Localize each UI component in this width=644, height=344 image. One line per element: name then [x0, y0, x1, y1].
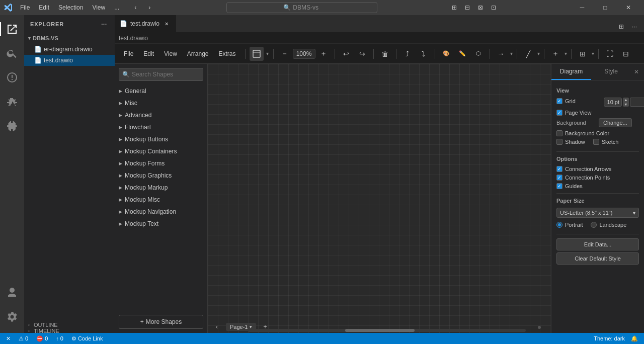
menu-view[interactable]: View — [88, 3, 109, 12]
menu-more[interactable]: ... — [110, 3, 123, 12]
activity-settings-icon[interactable] — [0, 305, 24, 329]
activity-debug-icon[interactable] — [0, 90, 24, 114]
shadow-checkbox[interactable] — [556, 139, 562, 145]
line-style-button[interactable]: ╱ — [521, 47, 535, 61]
layout-btn-2[interactable]: ⊟ — [461, 2, 473, 13]
activity-search-icon[interactable] — [0, 41, 24, 65]
zoom-value[interactable]: 100% — [293, 49, 315, 59]
page-view-checkbox[interactable] — [556, 110, 562, 116]
more-shapes-button[interactable]: + More Shapes — [119, 315, 203, 329]
maximize-button[interactable]: □ — [594, 0, 617, 15]
drawio-menu-edit[interactable]: Edit — [138, 48, 159, 59]
shape-category-misc[interactable]: ▶ Misc — [115, 97, 207, 109]
layout-btn-4[interactable]: ⊡ — [488, 2, 500, 13]
stroke-color-button[interactable]: ✏️ — [455, 47, 469, 61]
minimize-button[interactable]: ─ — [571, 0, 594, 15]
shape-category-advanced[interactable]: ▶ Advanced — [115, 109, 207, 121]
grid-value-input[interactable] — [604, 98, 622, 107]
edit-data-button[interactable]: Edit Data... — [556, 238, 639, 250]
tab-test-drawio[interactable]: 📄 test.drawio ✕ — [115, 15, 176, 32]
status-code-link[interactable]: ⚙ Code Link — [69, 335, 105, 342]
activity-explorer-icon[interactable] — [0, 17, 24, 41]
more-actions-button[interactable]: ··· — [629, 21, 640, 32]
status-theme[interactable]: Theme: dark — [592, 335, 627, 342]
search-shapes-input[interactable] — [132, 71, 207, 78]
delete-button[interactable]: 🗑 — [378, 47, 392, 61]
shapes-search[interactable]: 🔍 — [119, 68, 203, 81]
right-panel-close-button[interactable]: ✕ — [631, 66, 642, 77]
status-warnings[interactable]: ⚠ 0 — [17, 335, 30, 342]
file-test-drawio[interactable]: 📄 test.drawio — [24, 55, 115, 66]
shape-category-mockup-buttons[interactable]: ▶ Mockup Buttons — [115, 133, 207, 145]
connection-points-checkbox[interactable] — [556, 175, 562, 181]
horizontal-scrollbar-track[interactable] — [248, 329, 526, 332]
shape-category-mockup-navigation[interactable]: ▶ Mockup Navigation — [115, 206, 207, 218]
redo-button[interactable]: ↪ — [355, 47, 369, 61]
drawio-menu-extras[interactable]: Extras — [214, 48, 241, 59]
zoom-out-button[interactable]: － — [278, 47, 292, 61]
canvas-area[interactable]: ‹ Page-1 ▾ ＋ — [208, 64, 551, 333]
landscape-radio[interactable] — [591, 222, 597, 228]
nav-back-button[interactable]: ‹ — [129, 3, 141, 13]
shape-category-mockup-text[interactable]: ▶ Mockup Text — [115, 218, 207, 230]
layout-btn-1[interactable]: ⊞ — [448, 2, 460, 13]
close-button[interactable]: ✕ — [617, 0, 640, 15]
split-editor-button[interactable]: ⊞ — [616, 21, 627, 32]
project-folder[interactable]: ▾ DBMS-VS — [24, 33, 115, 44]
page-view-button[interactable] — [250, 47, 264, 61]
paper-size-select[interactable]: US-Letter (8,5" x 11") ▾ — [556, 208, 639, 218]
drawio-menu-arrange[interactable]: Arrange — [182, 48, 214, 59]
outline-panel-header[interactable]: › OUTLINE — [24, 322, 115, 328]
grid-checkbox[interactable] — [556, 98, 562, 104]
insert-button[interactable]: ＋ — [548, 47, 562, 61]
activity-extensions-icon[interactable] — [0, 114, 24, 138]
activity-account-icon[interactable] — [0, 281, 24, 305]
sidebar-more-button[interactable]: ··· — [100, 20, 109, 29]
file-er-diagram[interactable]: 📄 er-diagram.drawio — [24, 44, 115, 55]
menu-file[interactable]: File — [16, 3, 34, 12]
clear-default-style-button[interactable]: Clear Default Style — [556, 252, 639, 265]
shape-category-mockup-graphics[interactable]: ▶ Mockup Graphics — [115, 169, 207, 182]
tab-style[interactable]: Style — [591, 64, 631, 80]
shape-category-general[interactable]: ▶ General — [115, 85, 207, 97]
connection-style-button[interactable]: → — [494, 47, 508, 61]
tab-close-button[interactable]: ✕ — [163, 20, 171, 28]
split-view-button[interactable]: ⊟ — [619, 47, 633, 61]
shape-style-button[interactable]: ⬡ — [471, 47, 486, 61]
activity-git-icon[interactable] — [0, 65, 24, 90]
shape-category-flowchart[interactable]: ▶ Flowchart — [115, 121, 207, 133]
drawio-menu-view[interactable]: View — [159, 48, 182, 59]
grid-step-down-button[interactable]: ▼ — [623, 102, 629, 107]
table-button[interactable]: ⊞ — [576, 47, 590, 61]
shape-category-mockup-forms[interactable]: ▶ Mockup Forms — [115, 157, 207, 169]
nav-forward-button[interactable]: › — [143, 3, 155, 13]
sketch-checkbox[interactable] — [593, 139, 599, 145]
title-search-bar[interactable]: 🔍 DBMS-vs — [226, 2, 377, 13]
menu-edit[interactable]: Edit — [35, 3, 53, 12]
undo-button[interactable]: ↩ — [339, 47, 353, 61]
connection-arrows-checkbox[interactable] — [556, 166, 562, 172]
shape-category-mockup-misc[interactable]: ▶ Mockup Misc — [115, 194, 207, 206]
drawio-menu-file[interactable]: File — [119, 48, 138, 59]
status-notification-bell[interactable]: 🔔 — [629, 335, 640, 342]
fill-color-button[interactable]: 🎨 — [439, 47, 453, 61]
zoom-in-button[interactable]: ＋ — [316, 47, 331, 61]
grid-step-up-button[interactable]: ▲ — [623, 98, 629, 102]
status-errors[interactable]: ⛔ 0 — [34, 335, 50, 342]
layout-btn-3[interactable]: ⊠ — [474, 2, 487, 13]
canvas-ctrl-left[interactable]: ‹ — [212, 322, 222, 332]
background-color-checkbox[interactable] — [556, 130, 562, 136]
status-close-icon[interactable]: ✕ — [4, 335, 13, 342]
to-front-button[interactable]: ⤴ — [400, 47, 415, 61]
status-sync[interactable]: ↑ 0 — [54, 335, 65, 341]
portrait-radio[interactable] — [556, 222, 562, 228]
fullscreen-button[interactable]: ⛶ — [603, 47, 617, 61]
timeline-panel-header[interactable]: › TIMELINE — [24, 328, 115, 333]
to-back-button[interactable]: ⤵ — [417, 47, 431, 61]
shape-category-mockup-markup[interactable]: ▶ Mockup Markup — [115, 182, 207, 194]
background-change-button[interactable]: Change... — [599, 118, 632, 127]
shape-category-mockup-containers[interactable]: ▶ Mockup Containers — [115, 145, 207, 157]
guides-checkbox[interactable] — [556, 183, 562, 189]
tab-diagram[interactable]: Diagram — [551, 64, 591, 80]
menu-selection[interactable]: Selection — [54, 3, 87, 12]
